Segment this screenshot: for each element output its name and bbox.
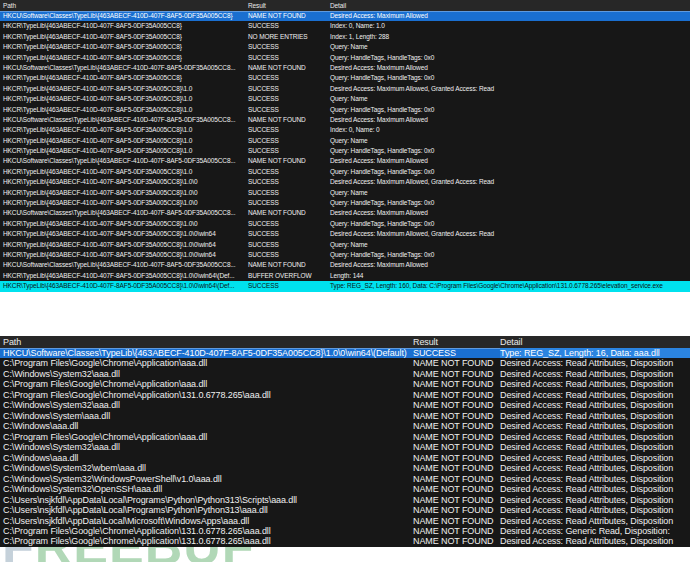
row-detail-cell: Query: HandleTags, HandleTags: 0x0 (330, 53, 690, 63)
row-result-cell: NAME NOT FOUND (413, 536, 493, 546)
row-result-cell: NAME NOT FOUND (413, 358, 493, 368)
table-row[interactable]: C:\Program Files\Google\Chrome\Applicati… (0, 390, 690, 400)
row-path-cell: C:\Windows\System\aaa.dll (3, 411, 110, 421)
table-row[interactable]: C:\Program Files\Google\Chrome\Applicati… (0, 379, 690, 389)
row-result-cell: SUCCESS (248, 167, 279, 177)
table-row[interactable]: HKCR\TypeLib\{463ABECF-410D-407F-8AF5-0D… (0, 125, 690, 135)
table-row[interactable]: C:\Windows\System32\OpenSSH\aaa.dllNAME … (0, 484, 690, 494)
row-result-cell: SUCCESS (248, 281, 279, 291)
row-path-cell: HKCU\Software\Classes\TypeLib\{463ABECF-… (3, 260, 236, 270)
table-row[interactable]: HKCR\TypeLib\{463ABECF-410D-407F-8AF5-0D… (0, 167, 690, 177)
table-row[interactable]: HKCU\Software\Classes\TypeLib\{463ABECF-… (0, 63, 690, 73)
table-row[interactable]: HKCR\TypeLib\{463ABECF-410D-407F-8AF5-0D… (0, 146, 690, 156)
column-header-path[interactable]: Path (3, 0, 16, 11)
column-header-detail[interactable]: Detail (330, 0, 690, 11)
row-path-cell: HKCR\TypeLib\{463ABECF-410D-407F-8AF5-0D… (3, 177, 197, 187)
row-result-cell: SUCCESS (413, 348, 456, 358)
row-detail-cell: Desired Access: Read Attributes, Disposi… (500, 505, 690, 515)
table-row[interactable]: C:\Program Files\Google\Chrome\Applicati… (0, 526, 690, 536)
table-row[interactable]: HKCR\TypeLib\{463ABECF-410D-407F-8AF5-0D… (0, 250, 690, 260)
row-path-cell: C:\Program Files\Google\Chrome\Applicati… (3, 526, 271, 536)
table-row[interactable]: HKCR\TypeLib\{463ABECF-410D-407F-8AF5-0D… (0, 219, 690, 229)
row-path-cell: HKCU\Software\Classes\TypeLib\{463ABECF-… (3, 11, 232, 21)
column-header-detail[interactable]: Detail (500, 336, 690, 348)
row-path-cell: C:\Windows\System32\aaa.dll (3, 369, 120, 379)
table-row[interactable]: C:\Users\nsjkfdl\AppData\Local\Microsoft… (0, 516, 690, 526)
row-result-cell: NO MORE ENTRIES (248, 32, 308, 42)
row-path-cell: C:\Program Files\Google\Chrome\Applicati… (3, 390, 271, 400)
table-row[interactable]: HKCR\TypeLib\{463ABECF-410D-407F-8AF5-0D… (0, 271, 690, 281)
row-result-cell: NAME NOT FOUND (413, 453, 493, 463)
table-row[interactable]: HKCR\TypeLib\{463ABECF-410D-407F-8AF5-0D… (0, 198, 690, 208)
table-row[interactable]: C:\Windows\System32\aaa.dllNAME NOT FOUN… (0, 400, 690, 410)
table-row[interactable]: C:\Users\nsjkfdl\AppData\Local\Programs\… (0, 505, 690, 515)
row-path-cell: C:\Program Files\Google\Chrome\Applicati… (3, 536, 271, 546)
table-row[interactable]: HKCR\TypeLib\{463ABECF-410D-407F-8AF5-0D… (0, 53, 690, 63)
table-row[interactable]: HKCU\Software\Classes\TypeLib\{463ABECF-… (0, 348, 690, 358)
row-detail-cell: Desired Access: Maximum Allowed (330, 115, 690, 125)
table-row[interactable]: C:\Program Files\Google\Chrome\Applicati… (0, 536, 690, 546)
row-result-cell: NAME NOT FOUND (413, 484, 493, 494)
column-header-result[interactable]: Result (248, 0, 266, 11)
row-path-cell: HKCR\TypeLib\{463ABECF-410D-407F-8AF5-0D… (3, 53, 182, 63)
row-detail-cell: Index: 0, Name: 0 (330, 125, 690, 135)
row-result-cell: NAME NOT FOUND (413, 495, 493, 505)
row-detail-cell: Query: HandleTags, HandleTags: 0x0 (330, 250, 690, 260)
row-detail-cell: Desired Access: Maximum Allowed, Granted… (330, 229, 690, 239)
table-row[interactable]: HKCR\TypeLib\{463ABECF-410D-407F-8AF5-0D… (0, 229, 690, 239)
table-row[interactable]: HKCU\Software\Classes\TypeLib\{463ABECF-… (0, 11, 690, 21)
table-row[interactable]: HKCR\TypeLib\{463ABECF-410D-407F-8AF5-0D… (0, 281, 690, 291)
row-detail-cell: Desired Access: Read Attributes, Disposi… (500, 516, 690, 526)
row-detail-cell: Desired Access: Read Attributes, Disposi… (500, 432, 690, 442)
table-row[interactable]: HKCR\TypeLib\{463ABECF-410D-407F-8AF5-0D… (0, 105, 690, 115)
table-row[interactable]: HKCR\TypeLib\{463ABECF-410D-407F-8AF5-0D… (0, 240, 690, 250)
row-result-cell: NAME NOT FOUND (413, 369, 493, 379)
table-row[interactable]: C:\Program Files\Google\Chrome\Applicati… (0, 432, 690, 442)
table-row[interactable]: C:\Program Files\Google\Chrome\Applicati… (0, 358, 690, 368)
row-result-cell: NAME NOT FOUND (413, 526, 493, 536)
table-row[interactable]: C:\Windows\aaa.dllNAME NOT FOUNDDesired … (0, 453, 690, 463)
row-result-cell: SUCCESS (248, 73, 279, 83)
table-row[interactable]: HKCR\TypeLib\{463ABECF-410D-407F-8AF5-0D… (0, 136, 690, 146)
table-row[interactable]: HKCR\TypeLib\{463ABECF-410D-407F-8AF5-0D… (0, 84, 690, 94)
table-row[interactable]: C:\Windows\System32\WindowsPowerShell\v1… (0, 474, 690, 484)
row-result-cell: NAME NOT FOUND (413, 505, 493, 515)
table-row[interactable]: HKCU\Software\Classes\TypeLib\{463ABECF-… (0, 115, 690, 125)
row-detail-cell: Desired Access: Read Attributes, Disposi… (500, 442, 690, 452)
row-detail-cell: Desired Access: Read Attributes, Disposi… (500, 369, 690, 379)
row-detail-cell: Desired Access: Maximum Allowed (330, 11, 690, 21)
table-row[interactable]: HKCR\TypeLib\{463ABECF-410D-407F-8AF5-0D… (0, 73, 690, 83)
row-path-cell: C:\Users\nsjkfdl\AppData\Local\Microsoft… (3, 516, 249, 526)
table-row[interactable]: C:\Windows\System32\aaa.dllNAME NOT FOUN… (0, 369, 690, 379)
table-row[interactable]: C:\Windows\System32\aaa.dllNAME NOT FOUN… (0, 442, 690, 452)
table-row[interactable]: C:\Windows\aaa.dllNAME NOT FOUNDDesired … (0, 421, 690, 431)
table-row[interactable]: HKCR\TypeLib\{463ABECF-410D-407F-8AF5-0D… (0, 94, 690, 104)
row-detail-cell: Desired Access: Maximum Allowed, Granted… (330, 177, 690, 187)
table-row[interactable]: HKCR\TypeLib\{463ABECF-410D-407F-8AF5-0D… (0, 188, 690, 198)
row-detail-cell: Desired Access: Read Attributes, Disposi… (500, 474, 690, 484)
table-row[interactable]: HKCR\TypeLib\{463ABECF-410D-407F-8AF5-0D… (0, 32, 690, 42)
table-row[interactable]: HKCR\TypeLib\{463ABECF-410D-407F-8AF5-0D… (0, 21, 690, 31)
row-path-cell: C:\Windows\System32\aaa.dll (3, 400, 120, 410)
table-row[interactable]: C:\Users\nsjkfdl\AppData\Local\Programs\… (0, 495, 690, 505)
table-row[interactable]: HKCU\Software\Classes\TypeLib\{463ABECF-… (0, 208, 690, 218)
table-row[interactable]: HKCU\Software\Classes\TypeLib\{463ABECF-… (0, 156, 690, 166)
column-header-result[interactable]: Result (413, 336, 438, 348)
row-path-cell: C:\Windows\aaa.dll (3, 453, 78, 463)
table-row[interactable]: C:\Windows\System32\wbem\aaa.dllNAME NOT… (0, 463, 690, 473)
table-row[interactable]: HKCU\Software\Classes\TypeLib\{463ABECF-… (0, 260, 690, 270)
table-row[interactable]: HKCR\TypeLib\{463ABECF-410D-407F-8AF5-0D… (0, 42, 690, 52)
row-detail-cell: Desired Access: Read Attributes, Disposi… (500, 484, 690, 494)
column-header-path[interactable]: Path (3, 336, 21, 348)
row-detail-cell: Desired Access: Maximum Allowed, Granted… (330, 84, 690, 94)
table-row[interactable]: C:\Windows\System\aaa.dllNAME NOT FOUNDD… (0, 411, 690, 421)
table-row[interactable]: HKCR\TypeLib\{463ABECF-410D-407F-8AF5-0D… (0, 177, 690, 187)
row-result-cell: NAME NOT FOUND (413, 474, 493, 484)
row-detail-cell: Desired Access: Read Attributes, Disposi… (500, 421, 690, 431)
row-path-cell: HKCR\TypeLib\{463ABECF-410D-407F-8AF5-0D… (3, 271, 234, 281)
row-detail-cell: Query: HandleTags, HandleTags: 0x0 (330, 105, 690, 115)
row-detail-cell: Desired Access: Read Attributes, Disposi… (500, 411, 690, 421)
row-path-cell: HKCR\TypeLib\{463ABECF-410D-407F-8AF5-0D… (3, 32, 182, 42)
row-path-cell: HKCU\Software\Classes\TypeLib\{463ABECF-… (3, 115, 236, 125)
row-detail-cell: Desired Access: Maximum Allowed (330, 208, 690, 218)
